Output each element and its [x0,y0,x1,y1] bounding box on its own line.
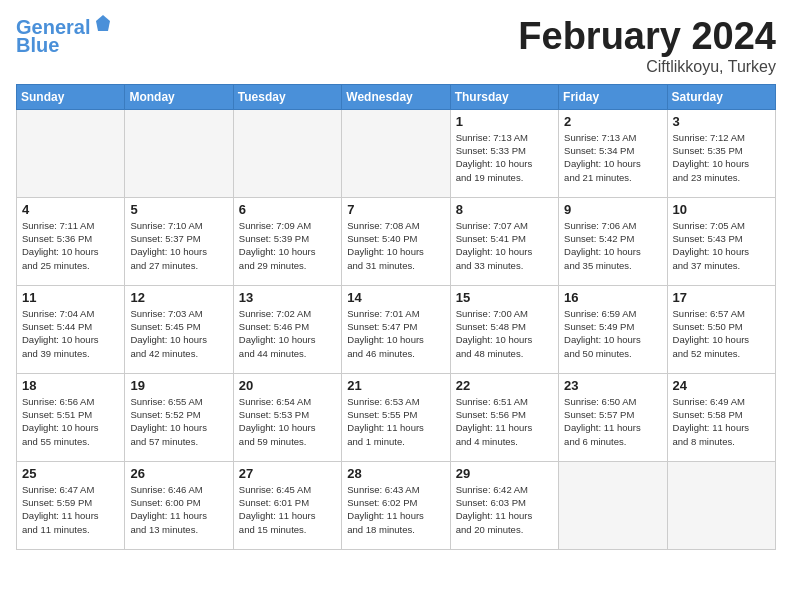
day-number: 1 [456,114,553,129]
day-number: 24 [673,378,770,393]
calendar-cell: 11Sunrise: 7:04 AM Sunset: 5:44 PM Dayli… [17,285,125,373]
day-info: Sunrise: 7:00 AM Sunset: 5:48 PM Dayligh… [456,307,553,360]
calendar-cell: 8Sunrise: 7:07 AM Sunset: 5:41 PM Daylig… [450,197,558,285]
day-number: 29 [456,466,553,481]
weekday-wednesday: Wednesday [342,84,450,109]
day-info: Sunrise: 6:59 AM Sunset: 5:49 PM Dayligh… [564,307,661,360]
page-header: General Blue February 2024 Ciftlikkoyu, … [16,16,776,76]
day-number: 23 [564,378,661,393]
calendar-cell: 1Sunrise: 7:13 AM Sunset: 5:33 PM Daylig… [450,109,558,197]
day-number: 14 [347,290,444,305]
day-info: Sunrise: 7:02 AM Sunset: 5:46 PM Dayligh… [239,307,336,360]
calendar-cell: 18Sunrise: 6:56 AM Sunset: 5:51 PM Dayli… [17,373,125,461]
calendar-cell [667,461,775,549]
calendar-cell: 3Sunrise: 7:12 AM Sunset: 5:35 PM Daylig… [667,109,775,197]
calendar-cell: 17Sunrise: 6:57 AM Sunset: 5:50 PM Dayli… [667,285,775,373]
calendar-table: SundayMondayTuesdayWednesdayThursdayFrid… [16,84,776,550]
logo-icon [92,13,114,35]
calendar-cell: 5Sunrise: 7:10 AM Sunset: 5:37 PM Daylig… [125,197,233,285]
calendar-cell: 21Sunrise: 6:53 AM Sunset: 5:55 PM Dayli… [342,373,450,461]
calendar-cell: 24Sunrise: 6:49 AM Sunset: 5:58 PM Dayli… [667,373,775,461]
calendar-cell: 25Sunrise: 6:47 AM Sunset: 5:59 PM Dayli… [17,461,125,549]
day-info: Sunrise: 7:05 AM Sunset: 5:43 PM Dayligh… [673,219,770,272]
day-number: 8 [456,202,553,217]
day-info: Sunrise: 6:42 AM Sunset: 6:03 PM Dayligh… [456,483,553,536]
calendar-cell: 29Sunrise: 6:42 AM Sunset: 6:03 PM Dayli… [450,461,558,549]
day-number: 26 [130,466,227,481]
day-number: 3 [673,114,770,129]
day-info: Sunrise: 6:49 AM Sunset: 5:58 PM Dayligh… [673,395,770,448]
day-number: 22 [456,378,553,393]
calendar-body: 1Sunrise: 7:13 AM Sunset: 5:33 PM Daylig… [17,109,776,549]
day-info: Sunrise: 7:07 AM Sunset: 5:41 PM Dayligh… [456,219,553,272]
day-info: Sunrise: 6:53 AM Sunset: 5:55 PM Dayligh… [347,395,444,448]
logo: General Blue [16,16,114,56]
weekday-tuesday: Tuesday [233,84,341,109]
weekday-saturday: Saturday [667,84,775,109]
calendar-cell: 15Sunrise: 7:00 AM Sunset: 5:48 PM Dayli… [450,285,558,373]
day-number: 20 [239,378,336,393]
day-number: 7 [347,202,444,217]
calendar-cell [559,461,667,549]
calendar-cell [342,109,450,197]
weekday-monday: Monday [125,84,233,109]
weekday-friday: Friday [559,84,667,109]
calendar-cell: 22Sunrise: 6:51 AM Sunset: 5:56 PM Dayli… [450,373,558,461]
day-number: 9 [564,202,661,217]
weekday-header-row: SundayMondayTuesdayWednesdayThursdayFrid… [17,84,776,109]
day-number: 13 [239,290,336,305]
calendar-cell: 27Sunrise: 6:45 AM Sunset: 6:01 PM Dayli… [233,461,341,549]
day-info: Sunrise: 7:13 AM Sunset: 5:34 PM Dayligh… [564,131,661,184]
logo-text2: Blue [16,34,59,56]
calendar-cell: 4Sunrise: 7:11 AM Sunset: 5:36 PM Daylig… [17,197,125,285]
calendar-cell: 6Sunrise: 7:09 AM Sunset: 5:39 PM Daylig… [233,197,341,285]
day-info: Sunrise: 6:54 AM Sunset: 5:53 PM Dayligh… [239,395,336,448]
day-info: Sunrise: 7:04 AM Sunset: 5:44 PM Dayligh… [22,307,119,360]
day-info: Sunrise: 6:57 AM Sunset: 5:50 PM Dayligh… [673,307,770,360]
day-info: Sunrise: 6:43 AM Sunset: 6:02 PM Dayligh… [347,483,444,536]
day-number: 2 [564,114,661,129]
day-number: 11 [22,290,119,305]
day-number: 5 [130,202,227,217]
day-number: 15 [456,290,553,305]
week-row-1: 1Sunrise: 7:13 AM Sunset: 5:33 PM Daylig… [17,109,776,197]
weekday-thursday: Thursday [450,84,558,109]
calendar-cell: 28Sunrise: 6:43 AM Sunset: 6:02 PM Dayli… [342,461,450,549]
day-info: Sunrise: 6:50 AM Sunset: 5:57 PM Dayligh… [564,395,661,448]
day-info: Sunrise: 6:51 AM Sunset: 5:56 PM Dayligh… [456,395,553,448]
day-info: Sunrise: 7:03 AM Sunset: 5:45 PM Dayligh… [130,307,227,360]
calendar-cell: 10Sunrise: 7:05 AM Sunset: 5:43 PM Dayli… [667,197,775,285]
day-number: 19 [130,378,227,393]
calendar-cell: 2Sunrise: 7:13 AM Sunset: 5:34 PM Daylig… [559,109,667,197]
week-row-3: 11Sunrise: 7:04 AM Sunset: 5:44 PM Dayli… [17,285,776,373]
location-subtitle: Ciftlikkoyu, Turkey [518,58,776,76]
calendar-cell [17,109,125,197]
day-number: 10 [673,202,770,217]
day-info: Sunrise: 7:13 AM Sunset: 5:33 PM Dayligh… [456,131,553,184]
calendar-cell: 19Sunrise: 6:55 AM Sunset: 5:52 PM Dayli… [125,373,233,461]
day-info: Sunrise: 7:06 AM Sunset: 5:42 PM Dayligh… [564,219,661,272]
day-info: Sunrise: 6:46 AM Sunset: 6:00 PM Dayligh… [130,483,227,536]
day-info: Sunrise: 7:08 AM Sunset: 5:40 PM Dayligh… [347,219,444,272]
day-info: Sunrise: 7:01 AM Sunset: 5:47 PM Dayligh… [347,307,444,360]
calendar-cell: 12Sunrise: 7:03 AM Sunset: 5:45 PM Dayli… [125,285,233,373]
title-block: February 2024 Ciftlikkoyu, Turkey [518,16,776,76]
calendar-cell [125,109,233,197]
calendar-cell: 20Sunrise: 6:54 AM Sunset: 5:53 PM Dayli… [233,373,341,461]
day-info: Sunrise: 6:45 AM Sunset: 6:01 PM Dayligh… [239,483,336,536]
calendar-cell: 16Sunrise: 6:59 AM Sunset: 5:49 PM Dayli… [559,285,667,373]
svg-marker-0 [96,15,110,31]
day-number: 27 [239,466,336,481]
day-info: Sunrise: 6:55 AM Sunset: 5:52 PM Dayligh… [130,395,227,448]
weekday-sunday: Sunday [17,84,125,109]
day-number: 18 [22,378,119,393]
month-title: February 2024 [518,16,776,58]
day-number: 6 [239,202,336,217]
calendar-cell: 14Sunrise: 7:01 AM Sunset: 5:47 PM Dayli… [342,285,450,373]
day-info: Sunrise: 6:56 AM Sunset: 5:51 PM Dayligh… [22,395,119,448]
day-number: 21 [347,378,444,393]
calendar-cell: 23Sunrise: 6:50 AM Sunset: 5:57 PM Dayli… [559,373,667,461]
day-info: Sunrise: 7:11 AM Sunset: 5:36 PM Dayligh… [22,219,119,272]
day-info: Sunrise: 6:47 AM Sunset: 5:59 PM Dayligh… [22,483,119,536]
day-number: 17 [673,290,770,305]
